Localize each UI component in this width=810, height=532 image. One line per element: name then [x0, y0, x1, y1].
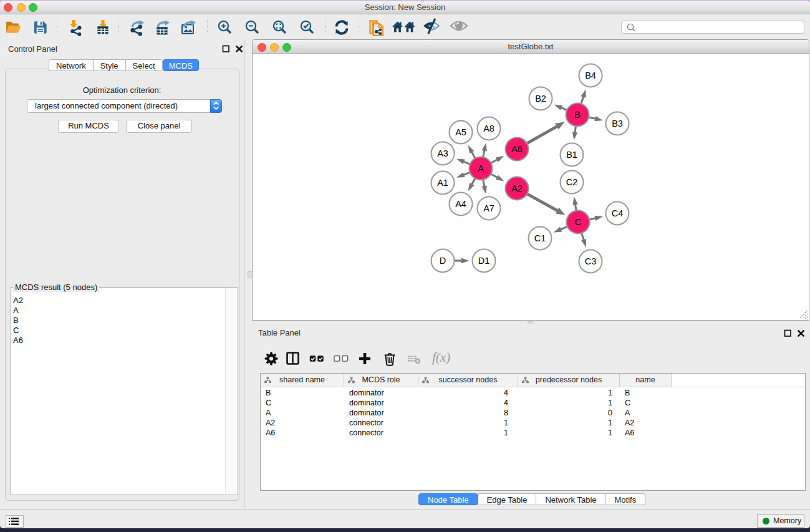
svg-text:B2: B2	[535, 94, 546, 104]
svg-text:A8: A8	[483, 123, 494, 133]
svg-text:A: A	[478, 163, 484, 173]
svg-text:A1: A1	[437, 178, 448, 188]
svg-text:C: C	[575, 217, 581, 227]
svg-text:C2: C2	[566, 177, 578, 187]
svg-text:D1: D1	[478, 256, 490, 266]
svg-text:B1: B1	[566, 150, 577, 160]
svg-text:A4: A4	[455, 199, 466, 209]
svg-text:C3: C3	[585, 256, 597, 266]
svg-text:A6: A6	[511, 144, 523, 154]
svg-text:D: D	[440, 256, 446, 266]
svg-text:B: B	[574, 110, 581, 120]
svg-text:A5: A5	[455, 127, 466, 137]
svg-text:B3: B3	[612, 118, 623, 128]
svg-text:C4: C4	[612, 208, 624, 218]
svg-text:B4: B4	[585, 70, 596, 80]
svg-text:A3: A3	[437, 148, 448, 158]
svg-text:C1: C1	[534, 233, 546, 243]
svg-text:A2: A2	[511, 183, 523, 193]
svg-text:A7: A7	[483, 203, 494, 213]
